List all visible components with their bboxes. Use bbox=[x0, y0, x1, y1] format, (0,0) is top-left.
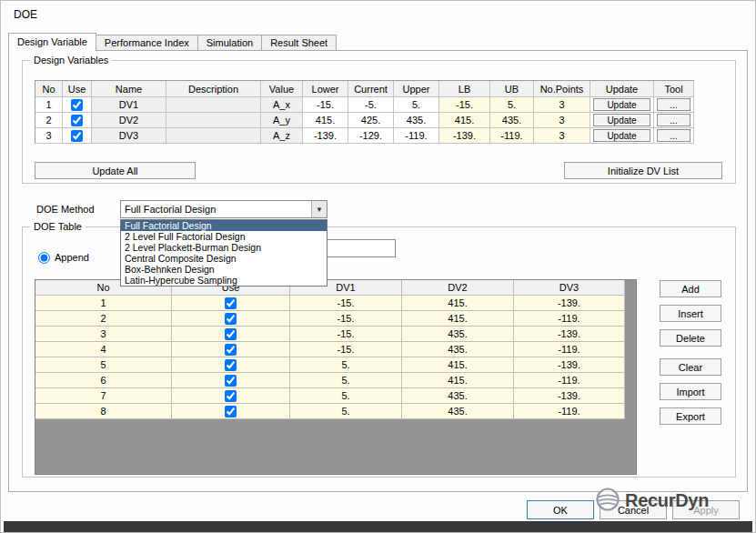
doe-row-dv1[interactable]: -15. bbox=[290, 342, 402, 357]
doe-row-dv2[interactable]: 435. bbox=[402, 404, 514, 419]
doe-row-dv3[interactable]: -139. bbox=[514, 357, 625, 373]
dv-row-description bbox=[166, 128, 261, 144]
dv-row-lb[interactable]: -139. bbox=[439, 128, 490, 144]
dropdown-option[interactable]: Full Factorial Design bbox=[121, 220, 327, 231]
dropdown-option[interactable]: Latin-Hypercube Sampling bbox=[121, 275, 327, 286]
tool-ellipsis-button[interactable]: ... bbox=[657, 98, 690, 111]
dv-row-tool-cell: ... bbox=[654, 113, 694, 128]
doe-row-use-cell bbox=[172, 357, 290, 373]
doe-case-count-input[interactable] bbox=[327, 239, 396, 257]
dv-row-description bbox=[166, 113, 261, 128]
doe-row-dv2[interactable]: 435. bbox=[402, 342, 514, 357]
clear-button[interactable]: Clear bbox=[660, 358, 721, 376]
dv-row-upper: -119. bbox=[394, 128, 439, 144]
initialize-dv-list-button[interactable]: Initialize DV List bbox=[564, 162, 722, 179]
doe-row-dv2[interactable]: 435. bbox=[402, 388, 514, 404]
doe-row-dv1[interactable]: 5. bbox=[290, 388, 402, 404]
dv-row-lb[interactable]: -15. bbox=[439, 97, 490, 113]
dv-row-name: DV3 bbox=[92, 128, 166, 144]
dv-row-update-cell: Update bbox=[590, 97, 654, 113]
dropdown-option[interactable]: 2 Level Plackett-Burman Design bbox=[121, 242, 327, 253]
chevron-down-icon[interactable]: ▼ bbox=[311, 201, 327, 217]
dv-row-lb[interactable]: 415. bbox=[439, 113, 490, 128]
doe-row-dv3[interactable]: -119. bbox=[514, 404, 625, 419]
doe-dialog: DOE Design Variable Performance Index Si… bbox=[0, 0, 756, 533]
dropdown-option[interactable]: 2 Level Full Factorial Design bbox=[121, 231, 327, 242]
doe-use-checkbox[interactable] bbox=[225, 390, 237, 402]
tab-performance-index[interactable]: Performance Index bbox=[96, 35, 198, 50]
dv-row-upper: 435. bbox=[394, 113, 439, 128]
tab-simulation[interactable]: Simulation bbox=[197, 35, 262, 50]
dv-row-lower: -15. bbox=[303, 97, 348, 113]
export-button[interactable]: Export bbox=[660, 407, 721, 425]
dv-use-checkbox[interactable] bbox=[71, 99, 83, 111]
col-header-no: No bbox=[35, 81, 63, 97]
append-radio-row: Append bbox=[38, 250, 89, 265]
delete-button[interactable]: Delete bbox=[660, 329, 721, 347]
dv-row-name: DV1 bbox=[92, 97, 166, 113]
doe-method-combobox[interactable]: Full Factorial Design ▼ bbox=[120, 200, 328, 218]
update-button[interactable]: Update bbox=[593, 129, 650, 142]
doe-use-checkbox[interactable] bbox=[225, 313, 237, 325]
tool-ellipsis-button[interactable]: ... bbox=[657, 129, 690, 142]
doe-row-dv2[interactable]: 415. bbox=[402, 357, 514, 373]
doe-row-dv1[interactable]: -15. bbox=[290, 327, 402, 342]
dv-row-ub[interactable]: 5. bbox=[490, 97, 534, 113]
dv-row-ub[interactable]: 435. bbox=[490, 113, 534, 128]
doe-row-dv3[interactable]: -139. bbox=[514, 327, 625, 342]
doe-row-dv3[interactable]: -119. bbox=[514, 373, 625, 388]
tab-result-sheet[interactable]: Result Sheet bbox=[261, 35, 337, 50]
doe-row-dv1[interactable]: 5. bbox=[290, 357, 402, 373]
recurdyn-watermark: RecurDyn bbox=[594, 486, 709, 515]
doe-row-dv1[interactable]: 5. bbox=[290, 373, 402, 388]
dv-row-name: DV2 bbox=[92, 113, 166, 128]
dv-row-ub[interactable]: -119. bbox=[490, 128, 534, 144]
doe-use-checkbox[interactable] bbox=[225, 344, 237, 356]
tool-ellipsis-button[interactable]: ... bbox=[657, 114, 690, 126]
doe-row-dv3[interactable]: -119. bbox=[514, 311, 625, 327]
doe-row-dv1[interactable]: -15. bbox=[290, 311, 402, 327]
dv-row-points[interactable]: 3 bbox=[534, 128, 590, 144]
dv-row-current: -129. bbox=[348, 128, 394, 144]
doe-use-checkbox[interactable] bbox=[225, 375, 237, 387]
ok-button[interactable]: OK bbox=[527, 500, 594, 519]
dv-row-points[interactable]: 3 bbox=[534, 97, 590, 113]
doe-row-dv1[interactable]: 5. bbox=[290, 404, 402, 419]
insert-button[interactable]: Insert bbox=[660, 305, 721, 322]
add-button[interactable]: Add bbox=[660, 280, 721, 297]
dv-row-update-cell: Update bbox=[590, 128, 654, 144]
doe-row-dv1[interactable]: -15. bbox=[290, 296, 402, 311]
doe-row-no: 8 bbox=[35, 404, 172, 419]
tab-design-variable[interactable]: Design Variable bbox=[8, 33, 96, 51]
doe-use-checkbox[interactable] bbox=[225, 359, 237, 371]
tab-content-panel: Design Variables No Use Name Description… bbox=[8, 50, 748, 492]
doe-use-checkbox[interactable] bbox=[225, 406, 237, 417]
col-header-current: Current bbox=[348, 81, 394, 97]
doe-row-dv2[interactable]: 415. bbox=[402, 373, 514, 388]
doe-row-dv2[interactable]: 435. bbox=[402, 327, 514, 342]
col-header-lb: LB bbox=[439, 81, 490, 97]
doe-row-dv3[interactable]: -139. bbox=[514, 388, 625, 404]
doe-row-dv3[interactable]: -119. bbox=[514, 342, 625, 357]
col-header-use: Use bbox=[63, 81, 92, 97]
update-button[interactable]: Update bbox=[593, 98, 650, 111]
update-all-button[interactable]: Update All bbox=[35, 162, 196, 179]
dv-row-use-cell bbox=[63, 113, 92, 128]
dv-row-use-cell bbox=[63, 97, 92, 113]
dv-row-tool-cell: ... bbox=[654, 97, 694, 113]
dv-use-checkbox[interactable] bbox=[71, 115, 83, 126]
append-radio[interactable] bbox=[38, 252, 50, 264]
update-button[interactable]: Update bbox=[593, 114, 650, 126]
doe-row-use-cell bbox=[172, 311, 290, 327]
import-button[interactable]: Import bbox=[660, 383, 721, 400]
dv-use-checkbox[interactable] bbox=[71, 130, 83, 142]
doe-row-dv3[interactable]: -139. bbox=[514, 296, 625, 311]
dropdown-option[interactable]: Box-Behnken Design bbox=[121, 264, 327, 275]
dv-row-points[interactable]: 3 bbox=[534, 113, 590, 128]
doe-use-checkbox[interactable] bbox=[225, 328, 237, 340]
doe-row-dv2[interactable]: 415. bbox=[402, 296, 514, 311]
doe-row-no: 7 bbox=[35, 388, 172, 404]
dropdown-option[interactable]: Central Composite Design bbox=[121, 253, 327, 264]
doe-use-checkbox[interactable] bbox=[225, 297, 237, 309]
doe-row-dv2[interactable]: 415. bbox=[402, 311, 514, 327]
